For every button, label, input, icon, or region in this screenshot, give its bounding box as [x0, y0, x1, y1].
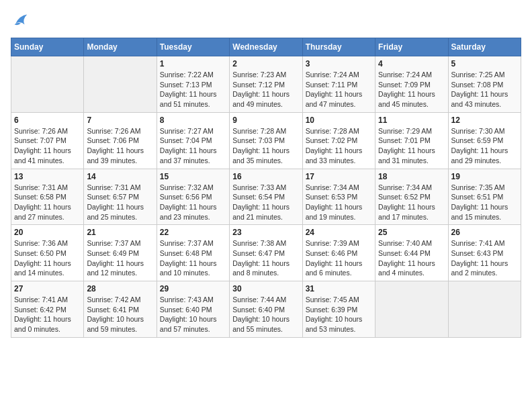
calendar-cell: 20Sunrise: 7:36 AMSunset: 6:50 PMDayligh…	[11, 225, 84, 281]
calendar-cell: 11Sunrise: 7:29 AMSunset: 7:01 PMDayligh…	[375, 112, 448, 169]
calendar-cell: 19Sunrise: 7:35 AMSunset: 6:51 PMDayligh…	[448, 169, 521, 225]
day-number: 17	[306, 172, 372, 181]
calendar-cell: 2Sunrise: 7:23 AMSunset: 7:12 PMDaylight…	[230, 56, 302, 113]
day-number: 12	[451, 116, 518, 125]
calendar-cell: 26Sunrise: 7:41 AMSunset: 6:43 PMDayligh…	[448, 225, 521, 281]
calendar-cell: 3Sunrise: 7:24 AMSunset: 7:11 PMDaylight…	[302, 56, 375, 113]
day-number: 20	[14, 228, 81, 237]
day-number: 4	[378, 59, 445, 68]
day-info: Sunrise: 7:41 AMSunset: 6:43 PMDaylight:…	[451, 238, 518, 278]
day-number: 3	[306, 59, 372, 68]
day-info: Sunrise: 7:32 AMSunset: 6:56 PMDaylight:…	[160, 183, 226, 222]
calendar-cell: 6Sunrise: 7:26 AMSunset: 7:07 PMDaylight…	[11, 112, 84, 169]
logo	[11, 11, 32, 30]
calendar-week-3: 13Sunrise: 7:31 AMSunset: 6:58 PMDayligh…	[11, 169, 521, 225]
calendar-cell: 18Sunrise: 7:34 AMSunset: 6:52 PMDayligh…	[375, 169, 448, 225]
calendar-table: SundayMondayTuesdayWednesdayThursdayFrid…	[11, 38, 521, 338]
day-info: Sunrise: 7:41 AMSunset: 6:42 PMDaylight:…	[14, 295, 81, 334]
weekday-header-wednesday: Wednesday	[230, 38, 302, 56]
day-number: 23	[232, 228, 299, 237]
day-number: 25	[378, 228, 445, 237]
day-info: Sunrise: 7:38 AMSunset: 6:47 PMDaylight:…	[232, 238, 299, 278]
day-info: Sunrise: 7:26 AMSunset: 7:07 PMDaylight:…	[14, 126, 81, 166]
day-number: 22	[160, 228, 226, 237]
calendar-cell: 5Sunrise: 7:25 AMSunset: 7:08 PMDaylight…	[448, 56, 521, 113]
calendar-cell: 22Sunrise: 7:37 AMSunset: 6:48 PMDayligh…	[157, 225, 229, 281]
day-info: Sunrise: 7:26 AMSunset: 7:06 PMDaylight:…	[87, 126, 153, 166]
calendar-cell: 24Sunrise: 7:39 AMSunset: 6:46 PMDayligh…	[302, 225, 375, 281]
calendar-cell: 28Sunrise: 7:42 AMSunset: 6:41 PMDayligh…	[84, 281, 157, 338]
calendar-week-2: 6Sunrise: 7:26 AMSunset: 7:07 PMDaylight…	[11, 112, 521, 169]
calendar-week-5: 27Sunrise: 7:41 AMSunset: 6:42 PMDayligh…	[11, 281, 521, 338]
day-info: Sunrise: 7:40 AMSunset: 6:44 PMDaylight:…	[378, 238, 445, 278]
day-info: Sunrise: 7:23 AMSunset: 7:12 PMDaylight:…	[232, 70, 299, 109]
day-info: Sunrise: 7:45 AMSunset: 6:39 PMDaylight:…	[306, 295, 372, 334]
day-info: Sunrise: 7:42 AMSunset: 6:41 PMDaylight:…	[87, 295, 153, 334]
calendar-cell: 13Sunrise: 7:31 AMSunset: 6:58 PMDayligh…	[11, 169, 84, 225]
day-number: 24	[306, 228, 372, 237]
day-info: Sunrise: 7:43 AMSunset: 6:40 PMDaylight:…	[160, 295, 226, 334]
calendar-cell: 12Sunrise: 7:30 AMSunset: 6:59 PMDayligh…	[448, 112, 521, 169]
day-number: 29	[160, 284, 226, 293]
day-info: Sunrise: 7:33 AMSunset: 6:54 PMDaylight:…	[232, 183, 299, 222]
day-info: Sunrise: 7:34 AMSunset: 6:52 PMDaylight:…	[378, 183, 445, 222]
day-info: Sunrise: 7:31 AMSunset: 6:57 PMDaylight:…	[87, 183, 153, 222]
calendar-cell: 21Sunrise: 7:37 AMSunset: 6:49 PMDayligh…	[84, 225, 157, 281]
day-number: 11	[378, 116, 445, 125]
day-info: Sunrise: 7:28 AMSunset: 7:03 PMDaylight:…	[232, 126, 299, 166]
day-number: 7	[87, 116, 153, 125]
calendar-cell: 7Sunrise: 7:26 AMSunset: 7:06 PMDaylight…	[84, 112, 157, 169]
day-number: 21	[87, 228, 153, 237]
day-number: 5	[451, 59, 518, 68]
page-header	[11, 11, 521, 30]
day-number: 9	[232, 116, 299, 125]
calendar-cell: 8Sunrise: 7:27 AMSunset: 7:04 PMDaylight…	[157, 112, 229, 169]
weekday-header-saturday: Saturday	[448, 38, 521, 56]
weekday-header-tuesday: Tuesday	[157, 38, 229, 56]
day-number: 6	[14, 116, 81, 125]
calendar-cell: 29Sunrise: 7:43 AMSunset: 6:40 PMDayligh…	[157, 281, 229, 338]
day-number: 10	[306, 116, 372, 125]
calendar-cell: 17Sunrise: 7:34 AMSunset: 6:53 PMDayligh…	[302, 169, 375, 225]
calendar-cell: 4Sunrise: 7:24 AMSunset: 7:09 PMDaylight…	[375, 56, 448, 113]
calendar-cell	[11, 56, 84, 113]
weekday-header-sunday: Sunday	[11, 38, 84, 56]
day-info: Sunrise: 7:36 AMSunset: 6:50 PMDaylight:…	[14, 238, 81, 278]
day-number: 8	[160, 116, 226, 125]
calendar-cell: 16Sunrise: 7:33 AMSunset: 6:54 PMDayligh…	[230, 169, 302, 225]
day-info: Sunrise: 7:44 AMSunset: 6:40 PMDaylight:…	[232, 295, 299, 334]
weekday-header-thursday: Thursday	[302, 38, 375, 56]
day-info: Sunrise: 7:37 AMSunset: 6:48 PMDaylight:…	[160, 238, 226, 278]
day-info: Sunrise: 7:39 AMSunset: 6:46 PMDaylight:…	[306, 238, 372, 278]
calendar-week-1: 1Sunrise: 7:22 AMSunset: 7:13 PMDaylight…	[11, 56, 521, 113]
calendar-cell	[84, 56, 157, 113]
weekday-header-friday: Friday	[375, 38, 448, 56]
day-number: 30	[232, 284, 299, 293]
calendar-cell: 1Sunrise: 7:22 AMSunset: 7:13 PMDaylight…	[157, 56, 229, 113]
day-info: Sunrise: 7:22 AMSunset: 7:13 PMDaylight:…	[160, 70, 226, 109]
logo-icon	[11, 11, 30, 30]
calendar-cell: 31Sunrise: 7:45 AMSunset: 6:39 PMDayligh…	[302, 281, 375, 338]
day-info: Sunrise: 7:28 AMSunset: 7:02 PMDaylight:…	[306, 126, 372, 166]
day-number: 15	[160, 172, 226, 181]
weekday-header-monday: Monday	[84, 38, 157, 56]
day-number: 16	[232, 172, 299, 181]
weekday-header-row: SundayMondayTuesdayWednesdayThursdayFrid…	[11, 38, 521, 56]
calendar-cell: 15Sunrise: 7:32 AMSunset: 6:56 PMDayligh…	[157, 169, 229, 225]
calendar-cell: 9Sunrise: 7:28 AMSunset: 7:03 PMDaylight…	[230, 112, 302, 169]
calendar-cell: 27Sunrise: 7:41 AMSunset: 6:42 PMDayligh…	[11, 281, 84, 338]
calendar-week-4: 20Sunrise: 7:36 AMSunset: 6:50 PMDayligh…	[11, 225, 521, 281]
calendar-cell	[448, 281, 521, 338]
day-info: Sunrise: 7:35 AMSunset: 6:51 PMDaylight:…	[451, 183, 518, 222]
day-number: 1	[160, 59, 226, 68]
day-info: Sunrise: 7:34 AMSunset: 6:53 PMDaylight:…	[306, 183, 372, 222]
day-number: 18	[378, 172, 445, 181]
calendar-cell: 14Sunrise: 7:31 AMSunset: 6:57 PMDayligh…	[84, 169, 157, 225]
day-info: Sunrise: 7:27 AMSunset: 7:04 PMDaylight:…	[160, 126, 226, 166]
calendar-cell	[375, 281, 448, 338]
day-number: 31	[306, 284, 372, 293]
day-info: Sunrise: 7:30 AMSunset: 6:59 PMDaylight:…	[451, 126, 518, 166]
day-info: Sunrise: 7:29 AMSunset: 7:01 PMDaylight:…	[378, 126, 445, 166]
day-info: Sunrise: 7:24 AMSunset: 7:11 PMDaylight:…	[306, 70, 372, 109]
calendar-cell: 23Sunrise: 7:38 AMSunset: 6:47 PMDayligh…	[230, 225, 302, 281]
